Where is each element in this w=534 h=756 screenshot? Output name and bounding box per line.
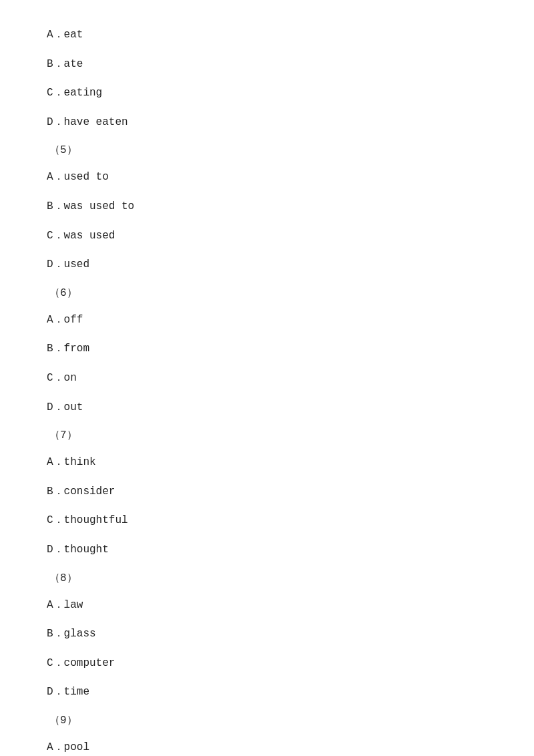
option-4-0: A．law <box>47 597 487 614</box>
option-4-2: C．computer <box>47 655 487 673</box>
option-2-3: D．out <box>47 399 487 417</box>
page-content: A．eatB．ateC．eatingD．have eaten（5）A．used … <box>0 0 534 756</box>
section-number-4: （8） <box>47 571 487 585</box>
section-number-5: （9） <box>47 713 487 727</box>
option-4-1: B．glass <box>47 626 487 643</box>
option-3-0: A．think <box>47 454 487 471</box>
option-0-3: D．have eaten <box>47 114 487 132</box>
option-1-1: B．was used to <box>47 198 487 216</box>
option-2-2: C．on <box>47 370 487 387</box>
option-3-2: C．thoughtful <box>47 512 487 530</box>
option-1-2: C．was used <box>47 228 487 245</box>
option-2-0: A．off <box>47 312 487 329</box>
option-5-0: A．pool <box>47 739 487 756</box>
option-0-2: C．eating <box>47 85 487 102</box>
option-1-3: D．used <box>47 256 487 274</box>
option-1-0: A．used to <box>47 169 487 186</box>
option-2-1: B．from <box>47 341 487 358</box>
section-number-3: （7） <box>47 428 487 442</box>
option-4-3: D．time <box>47 684 487 701</box>
option-0-1: B．ate <box>47 56 487 73</box>
section-number-1: （5） <box>47 143 487 157</box>
option-0-0: A．eat <box>47 27 487 44</box>
option-3-3: D．thought <box>47 542 487 559</box>
option-3-1: B．consider <box>47 484 487 501</box>
section-number-2: （6） <box>47 286 487 300</box>
